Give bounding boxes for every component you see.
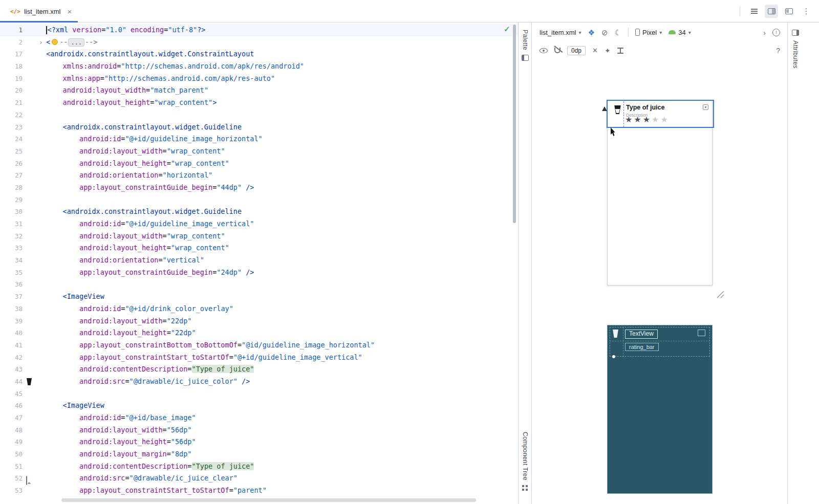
design-file-selector[interactable]: list_item.xml ▾	[540, 29, 581, 36]
code-line[interactable]: 17<androidx.constraintlayout.widget.Cons…	[0, 48, 518, 60]
code-line[interactable]: 37 <ImageView	[0, 291, 518, 303]
help-icon[interactable]: ?	[776, 47, 780, 55]
tab-component-tree[interactable]: Component Tree	[522, 432, 529, 480]
juice-preview-gutter-icon[interactable]	[26, 378, 32, 385]
tab-list-item-xml[interactable]: </> list_item.xml ×	[5, 3, 77, 20]
rating-stars[interactable]: ★★★★★	[625, 116, 670, 124]
code-line[interactable]: 38 android:id="@+id/drink_color_overlay"	[0, 303, 518, 315]
design-canvas[interactable]: Type of juice Description ★★★★★ TextView…	[532, 59, 787, 504]
design-view-icon[interactable]	[782, 5, 795, 18]
code-line[interactable]: 36	[0, 278, 518, 291]
star-icon[interactable]: ★	[634, 115, 642, 124]
blueprint-ratingbar-label[interactable]: rating_bar	[625, 343, 659, 351]
code-line[interactable]: 20 android:layout_width="match_parent"	[0, 84, 518, 97]
code-line[interactable]: 41 app:layout_constraintBottom_toBottomO…	[0, 339, 518, 352]
code-line[interactable]: 27 android:orientation="horizontal"	[0, 169, 518, 182]
design-surface-icon[interactable]: ❖	[588, 29, 595, 36]
orientation-icon[interactable]: ⊘	[601, 29, 608, 36]
blueprint-overflow-box[interactable]	[698, 330, 705, 336]
code-line[interactable]: 49 android:layout_height="56dp"	[0, 436, 518, 448]
code-line[interactable]: 25 android:layout_width="wrap_content"	[0, 145, 518, 158]
code-line[interactable]: 33 android:layout_height="wrap_content"	[0, 242, 518, 254]
code-line[interactable]: 19 xmlns:app="http://schemas.android.com…	[0, 73, 518, 85]
default-margins-button[interactable]: 0dp	[567, 46, 586, 55]
editor-vertical-scrollbar[interactable]	[513, 25, 516, 223]
code-line[interactable]: 22	[0, 109, 518, 121]
tab-close-icon[interactable]: ×	[67, 7, 72, 16]
api-level-selector[interactable]: 34 ▾	[669, 29, 691, 36]
component-tree-icon[interactable]	[522, 485, 528, 491]
tab-palette[interactable]: Palette	[522, 30, 529, 50]
infer-constraints-icon[interactable]: ✦	[605, 47, 611, 55]
code-line[interactable]: 24 android:id="@+id/guideline_image_hori…	[0, 133, 518, 145]
code-line[interactable]: 51 android:contentDescription="Type of j…	[0, 461, 518, 473]
inspection-ok-icon[interactable]: ✓	[504, 25, 510, 34]
editor-horizontal-scrollbar[interactable]	[61, 498, 476, 502]
code-line[interactable]: 44 android:src="@drawable/ic_juice_color…	[0, 376, 518, 388]
tab-attributes[interactable]: Attributes	[792, 40, 799, 69]
code-line[interactable]: 43 android:contentDescription="Type of j…	[0, 363, 518, 376]
code-editor[interactable]: 1<?xml version="1.0" encoding="utf-8"?>2…	[0, 23, 518, 504]
code-line[interactable]: 52 android:src="@drawable/ic_juice_clear…	[0, 472, 518, 485]
code-line[interactable]: 23 <androidx.constraintlayout.widget.Gui…	[0, 121, 518, 134]
code-line[interactable]: 31 android:id="@+id/guideline_image_vert…	[0, 218, 518, 230]
image-preview-gutter-icon[interactable]	[26, 476, 27, 485]
blueprint-textview-label[interactable]: TextView	[625, 330, 658, 339]
code-line[interactable]: 50 android:layout_margin="8dp"	[0, 448, 518, 461]
star-icon[interactable]: ★	[652, 115, 660, 124]
issues-icon[interactable]: !	[772, 29, 780, 36]
code-line[interactable]: 18 xmlns:android="http://schemas.android…	[0, 60, 518, 73]
fold-indicator	[36, 412, 46, 424]
code-token: android:layout_width	[79, 426, 163, 434]
code-text: <androidx.constraintlayout.widget.Guidel…	[46, 121, 518, 134]
code-line[interactable]: 48 android:layout_width="56dp"	[0, 424, 518, 436]
code-line[interactable]: 40 android:layout_height="22dp"	[0, 327, 518, 339]
gutter-cell	[25, 145, 36, 158]
code-token	[46, 401, 63, 409]
code-line[interactable]: 30 <androidx.constraintlayout.widget.Gui…	[0, 206, 518, 218]
star-icon[interactable]: ★	[660, 115, 669, 124]
night-mode-icon[interactable]: ☾	[615, 29, 621, 36]
toolbar-overflow-icon[interactable]: ›	[763, 28, 766, 37]
view-options-icon[interactable]	[540, 48, 548, 53]
more-options-icon[interactable]: ⋮	[800, 5, 813, 18]
code-token	[46, 486, 79, 494]
star-icon[interactable]: ★	[643, 115, 652, 124]
code-line[interactable]: 35 app:layout_constraintGuide_begin="24d…	[0, 267, 518, 279]
code-text: app:layout_constraintGuide_begin="24dp" …	[46, 267, 518, 279]
code-line[interactable]: 28 app:layout_constraintGuide_begin="44d…	[0, 182, 518, 194]
code-line[interactable]: 21 android:layout_height="wrap_content">	[0, 97, 518, 109]
code-line[interactable]: 32 android:layout_width="wrap_content"	[0, 230, 518, 243]
pack-align-icon[interactable]	[617, 48, 623, 54]
folded-region[interactable]: ...	[68, 38, 84, 47]
resize-handle[interactable]	[715, 289, 725, 299]
autoconnect-off-icon[interactable]	[554, 48, 561, 53]
split-view-icon[interactable]	[765, 5, 778, 18]
blueprint-anchor-handle[interactable]	[612, 355, 615, 358]
code-line[interactable]: 2›<--...-->	[0, 36, 518, 49]
fold-indicator[interactable]: ›	[36, 36, 46, 49]
code-line[interactable]: 1<?xml version="1.0" encoding="utf-8"?>	[0, 24, 518, 36]
blueprint-guideline-horizontal	[610, 341, 710, 341]
star-icon[interactable]: ★	[625, 115, 634, 124]
code-line[interactable]: 53 app:layout_constraintStart_toStartOf=…	[0, 485, 518, 497]
code-line[interactable]: 42 app:layout_constraintStart_toStartOf=…	[0, 352, 518, 364]
code-line[interactable]: 46 <ImageView	[0, 400, 518, 412]
clear-constraints-icon[interactable]: ✕	[592, 47, 598, 54]
line-number: 21	[0, 97, 25, 109]
code-line[interactable]: 45	[0, 388, 518, 400]
device-selector[interactable]: Pixel ▾	[635, 29, 662, 36]
palette-toolwindow-icon[interactable]	[522, 55, 529, 61]
code-view-icon[interactable]	[747, 5, 761, 18]
code-text: <androidx.constraintlayout.widget.Guidel…	[46, 206, 518, 218]
code-line[interactable]: 34 android:orientation="vertical"	[0, 254, 518, 267]
code-line[interactable]: 29	[0, 194, 518, 206]
blueprint-view[interactable]: TextView rating_bar	[607, 325, 713, 494]
code-token: "wrap_content"	[167, 232, 225, 240]
attributes-toolwindow-icon[interactable]	[792, 30, 799, 36]
code-line[interactable]: 26 android:layout_height="wrap_content"	[0, 158, 518, 170]
code-line[interactable]: 39 android:layout_width="22dp"	[0, 315, 518, 327]
code-line[interactable]: 47 android:id="@+id/base_image"	[0, 412, 518, 424]
design-preview-card[interactable]: Type of juice Description ★★★★★	[607, 100, 713, 286]
code-token: />	[242, 268, 254, 276]
